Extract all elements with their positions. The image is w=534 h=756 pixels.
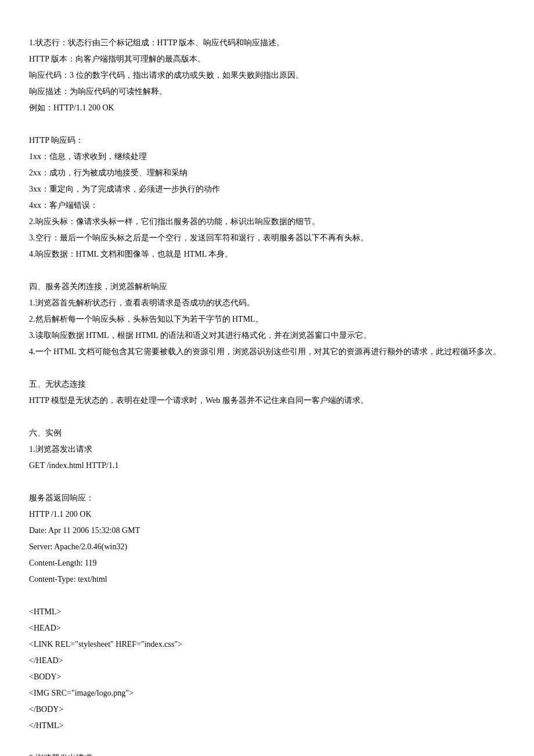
text-line: 3xx：重定向，为了完成请求，必须进一步执行的动作 (29, 181, 505, 197)
text-line: 2.浏览器发出请求 (29, 750, 505, 756)
text-line: 2.然后解析每一个响应头标，头标告知以下为若干字节的 HTML。 (29, 311, 505, 327)
text-line: 四、服务器关闭连接，浏览器解析响应 (29, 279, 505, 295)
text-line: 4xx：客户端错误： (29, 197, 505, 214)
blank-line (29, 409, 505, 425)
text-line: </HEAD> (29, 653, 505, 669)
text-line: Content-Type: text/html (29, 571, 505, 588)
blank-line (29, 116, 505, 132)
text-line: Content-Length: 119 (29, 555, 505, 571)
text-line: 2xx：成功，行为被成功地接受、理解和采纳 (29, 165, 505, 181)
text-line: 例如：HTTP/1.1 200 OK (29, 100, 505, 116)
text-line: 五、无状态连接 (29, 376, 505, 393)
text-line: 1.状态行：状态行由三个标记组成：HTTP 版本、响应代码和响应描述。 (29, 35, 505, 51)
text-line: 服务器返回响应： (29, 490, 505, 506)
text-line: <HTML> (29, 604, 505, 620)
text-line: HTTP 版本：向客户端指明其可理解的最高版本。 (29, 51, 505, 67)
blank-line (29, 734, 505, 750)
text-line: 3.读取响应数据 HTML，根据 HTML 的语法和语义对其进行格式化，并在浏览… (29, 327, 505, 344)
text-line: 3.空行：最后一个响应头标之后是一个空行，发送回车符和退行，表明服务器以下不再有… (29, 230, 505, 246)
text-line: GET /index.html HTTP/1.1 (29, 458, 505, 474)
text-line: 1xx：信息，请求收到，继续处理 (29, 149, 505, 165)
text-line: </BODY> (29, 701, 505, 718)
text-line: 4.一个 HTML 文档可能包含其它需要被载入的资源引用，浏览器识别这些引用，对… (29, 344, 505, 360)
text-line: 1.浏览器首先解析状态行，查看表明请求是否成功的状态代码。 (29, 295, 505, 311)
text-line: </HTML> (29, 718, 505, 734)
text-line: 4.响应数据：HTML 文档和图像等，也就是 HTML 本身。 (29, 246, 505, 262)
text-line: HTTP /1.1 200 OK (29, 506, 505, 523)
document-body: 1.状态行：状态行由三个标记组成：HTTP 版本、响应代码和响应描述。HTTP … (29, 35, 505, 756)
text-line: <IMG SRC="image/logo.png"> (29, 685, 505, 701)
text-line: Date: Apr 11 2006 15:32:08 GMT (29, 523, 505, 539)
blank-line (29, 474, 505, 490)
text-line: <HEAD> (29, 620, 505, 636)
text-line: 2.响应头标：像请求头标一样，它们指出服务器的功能，标识出响应数据的细节。 (29, 214, 505, 230)
blank-line (29, 360, 505, 376)
text-line: Server: Apache/2.0.46(win32) (29, 539, 505, 555)
text-line: 响应描述：为响应代码的可读性解释。 (29, 84, 505, 100)
text-line: HTTP 模型是无状态的，表明在处理一个请求时，Web 服务器并不记住来自同一客… (29, 393, 505, 409)
text-line: 1.浏览器发出请求 (29, 441, 505, 458)
blank-line (29, 588, 505, 604)
text-line: 六、实例 (29, 425, 505, 441)
text-line: <BODY> (29, 669, 505, 685)
text-line: HTTP 响应码： (29, 132, 505, 149)
text-line: 响应代码：3 位的数字代码，指出请求的成功或失败，如果失败则指出原因。 (29, 67, 505, 84)
blank-line (29, 262, 505, 279)
text-line: <LINK REL="stylesheet" HREF="index.css"> (29, 636, 505, 653)
